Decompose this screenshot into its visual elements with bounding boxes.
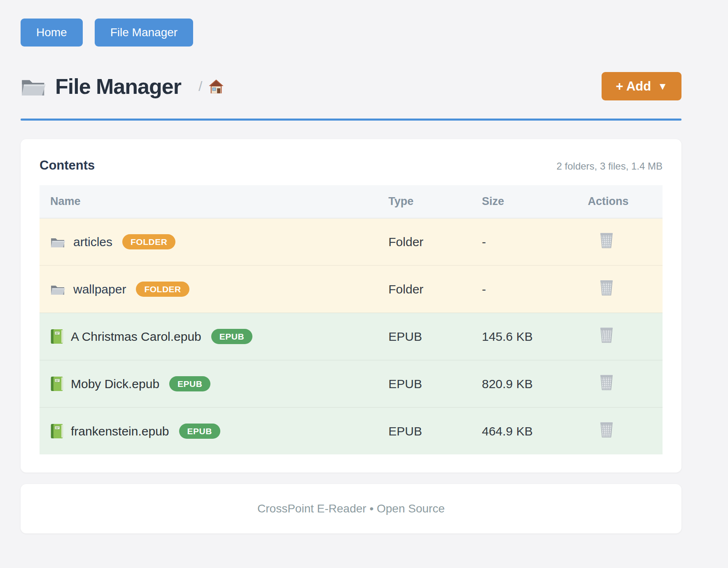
trash-icon xyxy=(599,232,614,249)
folder-name-link[interactable]: articles xyxy=(73,235,112,249)
delete-button[interactable] xyxy=(599,421,614,438)
folder-icon xyxy=(21,74,47,98)
home-button[interactable]: Home xyxy=(21,19,83,47)
column-header-actions: Actions xyxy=(588,185,663,218)
delete-button[interactable] xyxy=(599,279,614,296)
epub-badge: EPUB xyxy=(169,376,210,391)
page: Home File Manager File Manager / + Add ▼… xyxy=(0,0,728,533)
folder-badge: FOLDER xyxy=(136,282,189,297)
file-table: Name Type Size Actions articles FOLDER xyxy=(40,185,663,454)
file-name-link[interactable]: Moby Dick.epub xyxy=(71,377,159,391)
table-row: wallpaper FOLDER Folder - xyxy=(40,265,663,313)
contents-card: Contents 2 folders, 3 files, 1.4 MB Name… xyxy=(21,139,681,473)
book-icon xyxy=(50,376,63,391)
book-icon xyxy=(50,424,63,439)
top-navigation: Home File Manager xyxy=(21,19,681,47)
home-icon[interactable] xyxy=(208,79,224,94)
file-name-link[interactable]: A Christmas Carol.epub xyxy=(71,330,201,344)
trash-icon xyxy=(599,374,614,391)
trash-icon xyxy=(599,279,614,296)
type-cell: EPUB xyxy=(388,360,482,407)
footer-text: CrossPoint E-Reader • Open Source xyxy=(257,502,445,515)
column-header-name: Name xyxy=(40,185,388,218)
type-cell: Folder xyxy=(388,218,482,265)
table-row: articles FOLDER Folder - xyxy=(40,218,663,265)
page-header: File Manager / + Add ▼ xyxy=(21,72,681,100)
epub-badge: EPUB xyxy=(211,329,252,344)
folder-icon xyxy=(50,235,66,249)
size-cell: - xyxy=(482,218,588,265)
delete-button[interactable] xyxy=(599,327,614,343)
folder-name-link[interactable]: wallpaper xyxy=(73,282,126,296)
table-row: frankenstein.epub EPUB EPUB 464.9 KB xyxy=(40,407,663,454)
breadcrumb-separator: / xyxy=(198,78,202,94)
epub-badge: EPUB xyxy=(179,424,220,439)
delete-button[interactable] xyxy=(599,232,614,249)
trash-icon xyxy=(599,327,614,343)
contents-heading: Contents xyxy=(40,158,95,173)
delete-button[interactable] xyxy=(599,374,614,391)
type-cell: Folder xyxy=(388,265,482,313)
size-cell: 145.6 KB xyxy=(482,313,588,360)
contents-summary: 2 folders, 3 files, 1.4 MB xyxy=(557,161,663,172)
file-manager-button[interactable]: File Manager xyxy=(95,19,193,47)
folder-icon xyxy=(50,283,66,296)
file-name-link[interactable]: frankenstein.epub xyxy=(71,424,169,438)
column-header-size: Size xyxy=(482,185,588,218)
trash-icon xyxy=(599,421,614,438)
type-cell: EPUB xyxy=(388,407,482,454)
column-header-type: Type xyxy=(388,185,482,218)
breadcrumb: / xyxy=(198,78,224,94)
header-divider xyxy=(21,119,681,121)
table-header-row: Name Type Size Actions xyxy=(40,185,663,218)
type-cell: EPUB xyxy=(388,313,482,360)
add-button-label: + Add xyxy=(616,80,651,93)
table-row: A Christmas Carol.epub EPUB EPUB 145.6 K… xyxy=(40,313,663,360)
add-button[interactable]: + Add ▼ xyxy=(602,72,681,100)
footer: CrossPoint E-Reader • Open Source xyxy=(21,484,681,533)
size-cell: 464.9 KB xyxy=(482,407,588,454)
size-cell: - xyxy=(482,265,588,313)
book-icon xyxy=(50,329,63,344)
page-title: File Manager xyxy=(55,74,181,99)
table-row: Moby Dick.epub EPUB EPUB 820.9 KB xyxy=(40,360,663,407)
folder-badge: FOLDER xyxy=(122,234,175,249)
chevron-down-icon: ▼ xyxy=(658,81,667,91)
size-cell: 820.9 KB xyxy=(482,360,588,407)
